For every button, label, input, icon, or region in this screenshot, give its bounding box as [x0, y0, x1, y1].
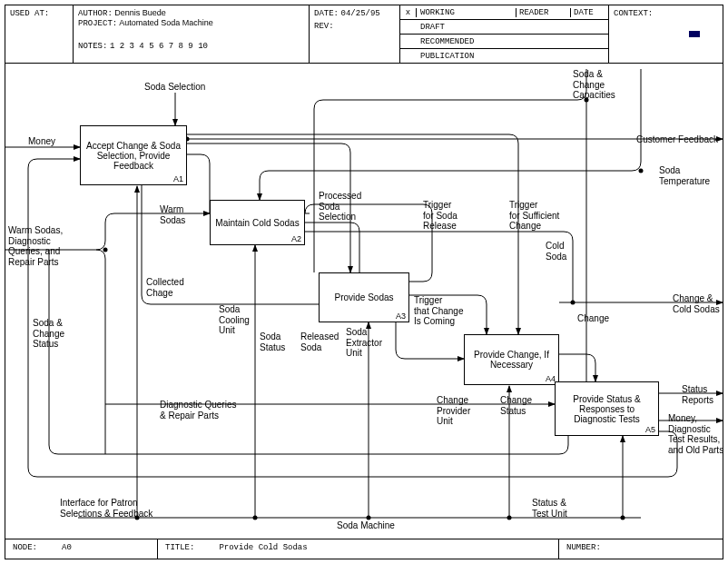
label-capacities: Soda & Change Capacities — [573, 69, 615, 101]
label-cold-soda: Cold Soda — [546, 241, 566, 262]
svg-point-5 — [367, 516, 371, 520]
label-trigger-release: Trigger for Soda Release — [423, 200, 457, 232]
box-a5-id: A5 — [645, 425, 655, 434]
used-at-label: USED AT: — [10, 9, 49, 18]
project-value: Automated Soda Machine — [119, 18, 213, 27]
label-soda-temp: Soda Temperature — [659, 165, 710, 186]
label-trigger-coming: Trigger that Change Is Coming — [414, 295, 464, 327]
box-a1-label: Accept Change & Soda Selection, Provide … — [84, 141, 182, 171]
box-a3-id: A3 — [396, 312, 406, 321]
box-a1-id: A1 — [173, 174, 183, 183]
project-label: PROJECT: — [78, 19, 117, 28]
used-at-cell: USED AT: — [5, 5, 74, 63]
label-processed: Processed Soda Selection — [319, 191, 361, 223]
label-trigger-sufficient: Trigger for Sufficient Change — [509, 200, 559, 232]
box-a5: Provide Status & Responses to Diagnostic… — [555, 381, 659, 436]
label-status-reports: Status Reports — [682, 384, 713, 405]
label-status-test: Status & Test Unit — [532, 498, 567, 519]
footer: NODE: A0 TITLE: Provide Cold Sodas NUMBE… — [5, 539, 723, 559]
title-label: TITLE: — [165, 543, 194, 552]
status-recommended: RECOMMENDED — [417, 37, 516, 46]
box-a2-id: A2 — [291, 234, 301, 243]
label-soda-machine: Soda Machine — [337, 520, 395, 531]
label-money-diag: Money, Diagnostic Test Results, and Old … — [668, 413, 723, 455]
label-change-status: Change Status — [500, 395, 532, 416]
rev-label: REV: — [314, 22, 334, 31]
box-a2-label: Maintain Cold Sodas — [214, 218, 300, 228]
author-value: Dennis Buede — [114, 8, 166, 17]
node-cell: NODE: A0 — [5, 539, 158, 559]
diagram-frame: USED AT: AUTHOR: Dennis Buede PROJECT: A… — [5, 5, 723, 559]
number-cell: NUMBER: — [559, 539, 723, 559]
status-draft: DRAFT — [417, 23, 516, 32]
context-label: CONTEXT: — [614, 9, 653, 18]
label-customer-feedback: Customer Feedback — [636, 134, 718, 145]
number-label: NUMBER: — [566, 543, 601, 552]
status-publication: PUBLICATION — [417, 52, 516, 61]
label-extractor: Soda Extractor Unit — [346, 327, 382, 359]
box-a4-label: Provide Change, If Necessary — [468, 350, 555, 370]
svg-point-4 — [253, 516, 258, 520]
status-cell: x WORKING READER DATE DRAFT RECOMMENDED … — [400, 5, 609, 63]
label-soda-cooling: Soda Cooling Unit — [219, 304, 250, 336]
label-warm-sodas: Warm Sodas — [160, 204, 185, 225]
status-working: WORKING — [417, 8, 516, 17]
svg-point-8 — [571, 301, 576, 305]
svg-point-6 — [507, 516, 512, 520]
box-a1: Accept Change & Soda Selection, Provide … — [80, 125, 187, 185]
title-value: Provide Cold Sodas — [219, 543, 307, 552]
node-value: A0 — [62, 543, 72, 552]
box-a5-label: Provide Status & Responses to Diagnostic… — [559, 394, 654, 424]
notes-label: NOTES: — [78, 42, 107, 51]
svg-point-2 — [103, 248, 108, 252]
label-warm-inputs: Warm Sodas, Diagnostic Queries, and Repa… — [8, 225, 63, 267]
label-diagnostic-queries: Diagnostic Queries & Repair Parts — [160, 400, 236, 421]
label-soda-status: Soda Status — [260, 331, 285, 352]
node-label: NODE: — [13, 543, 37, 552]
header: USED AT: AUTHOR: Dennis Buede PROJECT: A… — [5, 5, 723, 64]
label-change-provider: Change Provider Unit — [437, 395, 470, 427]
title-cell: TITLE: Provide Cold Sodas — [158, 539, 559, 559]
label-soda-change-status: Soda & Change Status — [33, 318, 64, 350]
box-a2: Maintain Cold Sodas A2 — [210, 200, 305, 245]
box-a3: Provide Sodas A3 — [319, 272, 409, 322]
author-cell: AUTHOR: Dennis Buede PROJECT: Automated … — [74, 5, 310, 63]
svg-point-7 — [621, 516, 625, 520]
context-cell: CONTEXT: — [609, 5, 723, 63]
working-x: x — [400, 8, 417, 17]
context-mark-icon — [689, 31, 700, 37]
reader-label: READER — [516, 8, 570, 17]
notes-value: 1 2 3 4 5 6 7 8 9 10 — [110, 42, 208, 51]
date-cell: DATE: 04/25/95 REV: — [310, 5, 400, 63]
label-change: Change — [577, 313, 609, 324]
label-change-cold: Change & Cold Sodas — [673, 293, 720, 314]
label-soda-selection: Soda Selection — [144, 82, 205, 93]
box-a3-label: Provide Sodas — [323, 292, 405, 302]
box-a4: Provide Change, If Necessary A4 — [464, 334, 559, 385]
diagram-area: Accept Change & Soda Selection, Provide … — [5, 64, 723, 539]
date-value: 04/25/95 — [341, 9, 380, 18]
label-released-soda: Released Soda — [300, 331, 339, 352]
label-interface-patron: Interface for Patron Selections & Feedba… — [60, 498, 152, 519]
date-col-label: DATE — [570, 8, 608, 17]
date-label: DATE: — [314, 9, 339, 18]
author-label: AUTHOR: — [78, 9, 113, 18]
svg-point-1 — [639, 169, 644, 173]
label-collected-chage: Collected Chage — [146, 277, 184, 298]
label-money: Money — [28, 136, 55, 147]
